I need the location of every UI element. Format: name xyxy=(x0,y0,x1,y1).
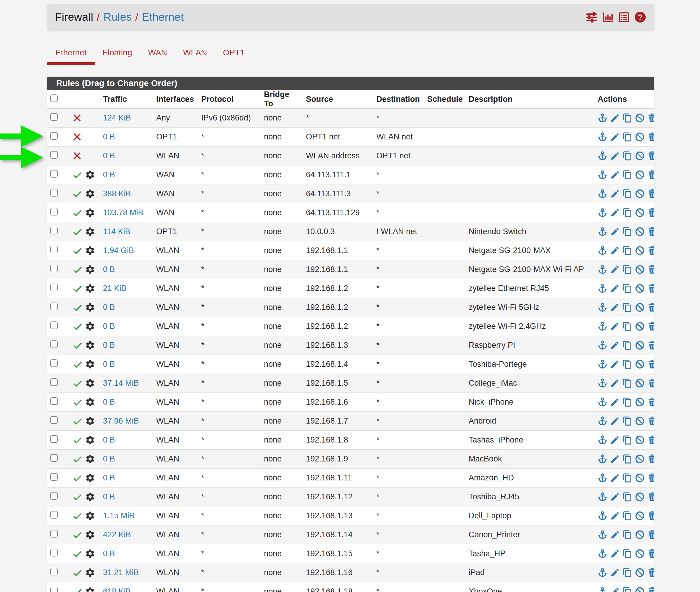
pass-check-icon[interactable] xyxy=(72,586,83,592)
block-x-icon[interactable] xyxy=(72,132,82,142)
copy-icon[interactable] xyxy=(623,435,632,445)
block-x-icon[interactable] xyxy=(72,151,82,161)
row-checkbox[interactable] xyxy=(50,397,58,405)
copy-icon[interactable] xyxy=(623,473,632,483)
traffic-link[interactable]: 0 B xyxy=(103,435,115,444)
disable-ban-icon[interactable] xyxy=(635,511,645,521)
copy-icon[interactable] xyxy=(623,511,632,521)
anchor-icon[interactable] xyxy=(598,587,607,592)
delete-trash-icon[interactable] xyxy=(647,549,654,558)
disable-ban-icon[interactable] xyxy=(635,322,645,331)
copy-icon[interactable] xyxy=(623,397,632,407)
anchor-icon[interactable] xyxy=(598,284,607,293)
edit-pencil-icon[interactable] xyxy=(610,416,620,426)
pass-check-icon[interactable] xyxy=(72,530,83,540)
row-checkbox[interactable] xyxy=(50,113,58,121)
delete-trash-icon[interactable] xyxy=(647,322,654,331)
edit-pencil-icon[interactable] xyxy=(610,587,620,592)
row-checkbox[interactable] xyxy=(50,246,58,253)
copy-icon[interactable] xyxy=(623,246,632,255)
copy-icon[interactable] xyxy=(623,359,632,369)
anchor-icon[interactable] xyxy=(598,435,607,445)
copy-icon[interactable] xyxy=(623,284,632,293)
row-checkbox[interactable] xyxy=(50,151,58,159)
anchor-icon[interactable] xyxy=(598,549,607,558)
copy-icon[interactable] xyxy=(623,113,632,123)
row-checkbox[interactable] xyxy=(50,378,58,386)
pass-check-icon[interactable] xyxy=(72,454,83,464)
copy-icon[interactable] xyxy=(623,530,632,540)
row-checkbox[interactable] xyxy=(50,284,58,291)
copy-icon[interactable] xyxy=(623,208,632,217)
disable-ban-icon[interactable] xyxy=(635,340,645,350)
edit-pencil-icon[interactable] xyxy=(610,113,620,123)
edit-pencil-icon[interactable] xyxy=(610,454,620,464)
row-checkbox[interactable] xyxy=(50,492,58,500)
anchor-icon[interactable] xyxy=(598,246,607,255)
disable-ban-icon[interactable] xyxy=(635,587,645,592)
traffic-link[interactable]: 0 B xyxy=(103,322,115,331)
edit-pencil-icon[interactable] xyxy=(610,435,620,445)
copy-icon[interactable] xyxy=(623,265,632,275)
traffic-link[interactable]: 103.78 MiB xyxy=(103,208,144,217)
copy-icon[interactable] xyxy=(623,549,632,558)
block-x-icon[interactable] xyxy=(72,113,82,123)
edit-pencil-icon[interactable] xyxy=(610,132,620,142)
delete-trash-icon[interactable] xyxy=(647,397,654,407)
disable-ban-icon[interactable] xyxy=(635,435,645,445)
disable-ban-icon[interactable] xyxy=(635,549,645,558)
delete-trash-icon[interactable] xyxy=(647,359,654,369)
delete-trash-icon[interactable] xyxy=(647,227,654,237)
pass-check-icon[interactable] xyxy=(72,359,83,370)
log-list-icon[interactable] xyxy=(618,11,630,23)
delete-trash-icon[interactable] xyxy=(647,340,654,350)
disable-ban-icon[interactable] xyxy=(635,397,645,407)
delete-trash-icon[interactable] xyxy=(647,284,654,293)
anchor-icon[interactable] xyxy=(598,359,607,369)
traffic-link[interactable]: 422 KiB xyxy=(103,530,131,539)
anchor-icon[interactable] xyxy=(598,322,607,331)
disable-ban-icon[interactable] xyxy=(635,492,645,502)
copy-icon[interactable] xyxy=(623,302,632,312)
delete-trash-icon[interactable] xyxy=(647,416,654,426)
pass-check-icon[interactable] xyxy=(72,340,83,351)
disable-ban-icon[interactable] xyxy=(635,284,645,293)
anchor-icon[interactable] xyxy=(598,416,607,426)
pass-check-icon[interactable] xyxy=(72,416,83,427)
row-checkbox[interactable] xyxy=(50,189,58,197)
delete-trash-icon[interactable] xyxy=(647,530,654,540)
delete-trash-icon[interactable] xyxy=(647,492,654,502)
edit-pencil-icon[interactable] xyxy=(610,378,620,388)
edit-pencil-icon[interactable] xyxy=(610,530,620,540)
tab-opt1[interactable]: OPT1 xyxy=(215,44,253,65)
tab-wan[interactable]: WAN xyxy=(140,44,175,65)
disable-ban-icon[interactable] xyxy=(635,246,645,255)
disable-ban-icon[interactable] xyxy=(635,416,645,426)
delete-trash-icon[interactable] xyxy=(647,132,654,142)
traffic-link[interactable]: 0 B xyxy=(103,170,115,179)
delete-trash-icon[interactable] xyxy=(647,454,654,464)
disable-ban-icon[interactable] xyxy=(635,113,645,123)
disable-ban-icon[interactable] xyxy=(635,473,645,483)
anchor-icon[interactable] xyxy=(598,530,607,540)
traffic-link[interactable]: 1.94 GiB xyxy=(103,246,134,255)
row-checkbox[interactable] xyxy=(50,416,58,424)
traffic-link[interactable]: 37.14 MiB xyxy=(103,379,139,388)
disable-ban-icon[interactable] xyxy=(635,227,645,237)
anchor-icon[interactable] xyxy=(598,132,607,142)
tab-wlan[interactable]: WLAN xyxy=(175,44,215,65)
edit-pencil-icon[interactable] xyxy=(610,492,620,502)
disable-ban-icon[interactable] xyxy=(635,151,645,161)
traffic-link[interactable]: 0 B xyxy=(103,454,115,463)
traffic-link[interactable]: 388 KiB xyxy=(103,189,131,198)
tab-floating[interactable]: Floating xyxy=(95,44,140,65)
traffic-link[interactable]: 0 B xyxy=(103,341,115,350)
pass-check-icon[interactable] xyxy=(72,378,83,389)
copy-icon[interactable] xyxy=(623,587,632,592)
disable-ban-icon[interactable] xyxy=(635,454,645,464)
anchor-icon[interactable] xyxy=(598,492,607,502)
copy-icon[interactable] xyxy=(623,492,632,502)
pass-check-icon[interactable] xyxy=(72,302,83,313)
row-checkbox[interactable] xyxy=(50,227,58,235)
row-checkbox[interactable] xyxy=(50,473,58,481)
